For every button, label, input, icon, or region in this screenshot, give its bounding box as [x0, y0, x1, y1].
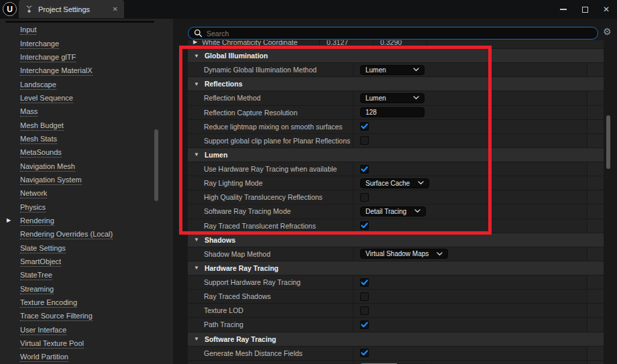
sidebar-item-label: Network — [20, 189, 47, 198]
main-scrollbar-thumb[interactable] — [606, 115, 610, 169]
sidebar-item-mesh-stats[interactable]: Mesh Stats — [0, 133, 173, 146]
setting-label: Reduce lightmap mixing on smooth surface… — [188, 120, 353, 133]
tab-project-settings[interactable]: Project Settings ✕ — [19, 0, 124, 18]
check-icon — [361, 223, 368, 229]
sidebar-item-mass[interactable]: Mass — [0, 105, 173, 119]
checkbox-generate-mesh-distance-fields[interactable] — [360, 349, 369, 357]
setting-value-cell — [353, 219, 587, 233]
setting-value-cell — [353, 304, 587, 317]
setting-row-partial — [188, 361, 604, 364]
sidebar-item-virtual-texture-pool[interactable]: Virtual Texture Pool — [0, 337, 173, 351]
check-icon — [361, 123, 368, 129]
sidebar-item-level-sequence[interactable]: Level Sequence — [0, 92, 173, 105]
text-field-reflection-capture-resolution[interactable] — [360, 107, 425, 117]
sidebar-item-user-interface[interactable]: User Interface — [0, 324, 173, 337]
section-header-hardware-ray-tracing[interactable]: ▼Hardware Ray Tracing — [188, 261, 604, 276]
sidebar-item-trace-source-filtering[interactable]: Trace Source Filtering — [0, 310, 173, 323]
search-icon — [194, 29, 203, 38]
dropdown-software-ray-tracing-mode[interactable]: Detail Tracing — [360, 206, 426, 217]
tab-close-icon[interactable]: ✕ — [113, 5, 118, 13]
checkbox-path-tracing[interactable] — [360, 320, 369, 329]
sidebar-item-statetree[interactable]: StateTree — [0, 269, 173, 282]
dropdown-value: Detail Tracing — [366, 208, 406, 215]
settings-gear-icon[interactable]: ⚙ — [603, 26, 612, 37]
sidebar-item-interchange-materialx[interactable]: Interchange MaterialX — [0, 64, 173, 78]
sidebar-item-metasounds[interactable]: MetaSounds — [0, 146, 173, 160]
setting-label: Support Hardware Ray Tracing — [188, 276, 353, 289]
sidebar-item-label: Streaming — [20, 285, 54, 294]
dropdown-dynamic-global-illumination-method[interactable]: Lumen — [360, 65, 425, 75]
dropdown-shadow-map-method[interactable]: Virtual Shadow Maps — [360, 249, 448, 259]
title-bar: U Project Settings ✕ ✕ — [0, 0, 617, 19]
setting-value-x[interactable]: 0.3127 — [320, 40, 374, 49]
row-reset-column — [587, 91, 604, 105]
checkbox-texture-lod[interactable] — [360, 306, 369, 315]
minimize-button[interactable] — [553, 0, 574, 19]
main-scrollbar-track[interactable] — [606, 40, 611, 364]
checkbox-ray-traced-shadows[interactable] — [360, 292, 369, 301]
setting-value-cell: Detail Tracing — [353, 204, 587, 218]
sidebar-item-label: Mesh Budget — [20, 121, 64, 131]
setting-row-high-quality-translucency-reflections: High Quality Translucency Reflections — [188, 190, 604, 204]
sidebar-item-rendering[interactable]: ▶Rendering — [0, 215, 173, 228]
checkbox-support-global-clip-plane-for-planar-reflections[interactable] — [360, 136, 369, 145]
search-input[interactable] — [207, 29, 592, 38]
checkbox-ray-traced-translucent-refractions[interactable] — [360, 221, 369, 230]
sidebar-item-label: Rendering Overrides (Local) — [20, 230, 113, 239]
expand-arrow-icon[interactable]: ▶ — [193, 40, 197, 45]
setting-value-cell: Lumen — [353, 91, 587, 105]
sidebar-item-interchange-gltf[interactable]: Interchange glTF — [0, 51, 173, 64]
setting-value-y[interactable]: 0.3290 — [374, 40, 427, 49]
sidebar-item-network[interactable]: Network — [0, 187, 173, 200]
setting-value-cell — [353, 190, 587, 204]
section-header-lumen[interactable]: ▼Lumen — [188, 148, 604, 162]
setting-label: Ray Traced Translucent Refractions — [188, 219, 353, 233]
setting-label: Support global clip plane for Planar Ref… — [188, 134, 353, 147]
maximize-icon — [582, 7, 588, 13]
sidebar-item-navigation-system[interactable]: Navigation System — [0, 174, 173, 187]
sidebar-item-interchange[interactable]: Interchange — [0, 37, 173, 50]
section-header-shadows[interactable]: ▼Shadows — [188, 233, 604, 247]
sidebar-item-streaming[interactable]: Streaming — [0, 283, 173, 296]
maximize-button[interactable] — [574, 0, 596, 19]
checkbox-support-hardware-ray-tracing[interactable] — [360, 278, 369, 287]
sidebar-item-input[interactable]: Input — [0, 23, 173, 37]
dropdown-ray-lighting-mode[interactable]: Surface Cache — [360, 178, 429, 188]
sidebar-category-list: InputInterchangeInterchange glTFIntercha… — [0, 23, 173, 364]
setting-label: Path Tracing — [188, 318, 353, 331]
sidebar-item-texture-encoding[interactable]: Texture Encoding — [0, 296, 173, 310]
check-icon — [361, 350, 368, 356]
checkbox-reduce-lightmap-mixing-on-smooth-surfaces[interactable] — [360, 122, 369, 131]
project-settings-icon — [25, 5, 34, 13]
section-header-software-ray-tracing[interactable]: ▼Software Ray Tracing — [188, 332, 604, 347]
sidebar-item-label: MetaSounds — [20, 148, 62, 158]
close-button[interactable]: ✕ — [596, 0, 617, 19]
sidebar-item-navigation-mesh[interactable]: Navigation Mesh — [0, 160, 173, 173]
sidebar-item-world-partition[interactable]: World Partition — [0, 351, 173, 364]
setting-label: Ray Traced Shadows — [188, 290, 353, 303]
sidebar-item-mesh-budget[interactable]: Mesh Budget — [0, 119, 173, 132]
project-settings-window: U Project Settings ✕ ✕ InputInterchangeI… — [0, 0, 617, 364]
sidebar-item-landscape[interactable]: Landscape — [0, 78, 173, 91]
setting-row-use-hardware-ray-tracing-when-available: Use Hardware Ray Tracing when available — [188, 162, 604, 176]
setting-label: Software Ray Tracing Mode — [188, 204, 353, 218]
checkbox-use-hardware-ray-tracing-when-available[interactable] — [360, 165, 369, 174]
sidebar-item-slate-settings[interactable]: Slate Settings — [0, 242, 173, 255]
section-header-global-illumination[interactable]: ▼Global Illumination — [188, 49, 604, 63]
sidebar-item-physics[interactable]: Physics — [0, 200, 173, 214]
sidebar-item-rendering-overrides-local[interactable]: Rendering Overrides (Local) — [0, 228, 173, 241]
sidebar-item-label: Virtual Texture Pool — [20, 339, 84, 349]
section-header-reflections[interactable]: ▼Reflections — [188, 77, 604, 91]
sidebar-scrollbar-thumb[interactable] — [154, 129, 158, 201]
setting-row-support-global-clip-plane-for-planar-reflections: Support global clip plane for Planar Ref… — [188, 134, 604, 148]
sidebar-item-label: Physics — [20, 203, 46, 213]
row-reset-column — [587, 347, 604, 360]
checkbox-high-quality-translucency-reflections[interactable] — [360, 193, 369, 202]
sidebar-item-label: Texture Encoding — [20, 298, 77, 308]
setting-value-cell — [353, 120, 587, 133]
setting-label: Texture LOD — [188, 304, 353, 317]
row-reset-column — [587, 190, 604, 204]
sidebar-item-smartobject[interactable]: SmartObject — [0, 255, 173, 269]
dropdown-reflection-method[interactable]: Lumen — [360, 93, 425, 103]
sidebar-item-label: SmartObject — [20, 257, 61, 267]
